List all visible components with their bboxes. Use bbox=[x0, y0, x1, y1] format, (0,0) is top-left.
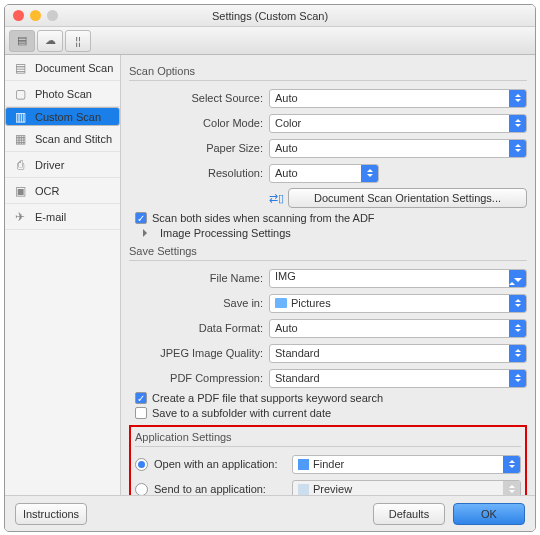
ocr-icon: ▣ bbox=[11, 184, 29, 198]
preview-icon bbox=[298, 484, 309, 495]
titlebar: Settings (Custom Scan) bbox=[5, 5, 535, 27]
scan-both-sides-checkbox[interactable]: ✓Scan both sides when scanning from the … bbox=[135, 212, 527, 224]
select-source[interactable]: Auto bbox=[269, 89, 527, 108]
tab-cloud-icon[interactable]: ☁ bbox=[37, 30, 63, 52]
instructions-button[interactable]: Instructions bbox=[15, 503, 87, 525]
pdf-compression-select[interactable]: Standard bbox=[269, 369, 527, 388]
driver-icon: ⎙ bbox=[11, 158, 29, 172]
sidebar-item-scan-stitch[interactable]: ▦Scan and Stitch bbox=[5, 126, 120, 152]
footer: Instructions Defaults OK bbox=[5, 495, 535, 531]
tab-scan-icon[interactable]: ▤ bbox=[9, 30, 35, 52]
custom-icon: ▥ bbox=[11, 110, 29, 124]
radio-on-icon bbox=[135, 458, 148, 471]
sidebar-item-photo-scan[interactable]: ▢Photo Scan bbox=[5, 81, 120, 107]
scan-options-heading: Scan Options bbox=[129, 65, 527, 77]
data-format-select[interactable]: Auto bbox=[269, 319, 527, 338]
checkbox-off-icon bbox=[135, 407, 147, 419]
minimize-icon[interactable] bbox=[30, 10, 41, 21]
radio-open-with-app[interactable]: Open with an application:Finder bbox=[135, 453, 521, 475]
ok-button[interactable]: OK bbox=[453, 503, 525, 525]
close-icon[interactable] bbox=[13, 10, 24, 21]
photo-icon: ▢ bbox=[11, 87, 29, 101]
resolution[interactable]: Auto bbox=[269, 164, 379, 183]
save-in-select[interactable]: Pictures bbox=[269, 294, 527, 313]
open-with-select[interactable]: Finder bbox=[292, 455, 521, 474]
sidebar-item-email[interactable]: ✈E-mail bbox=[5, 204, 120, 230]
checkbox-on-icon: ✓ bbox=[135, 212, 147, 224]
save-settings-heading: Save Settings bbox=[129, 245, 527, 257]
sidebar-item-ocr[interactable]: ▣OCR bbox=[5, 178, 120, 204]
stitch-icon: ▦ bbox=[11, 132, 29, 146]
image-processing-toggle[interactable]: Image Processing Settings bbox=[143, 227, 527, 239]
radio-send-to-app[interactable]: Send to an application:Preview bbox=[135, 478, 521, 495]
jpeg-quality-select[interactable]: Standard bbox=[269, 344, 527, 363]
send-to-app-select: Preview bbox=[292, 480, 521, 496]
color-mode[interactable]: Color bbox=[269, 114, 527, 133]
disclosure-triangle-icon bbox=[143, 229, 151, 237]
radio-off-icon bbox=[135, 483, 148, 496]
settings-window: Settings (Custom Scan) ▤ ☁ ¦¦ ▤Document … bbox=[4, 4, 536, 532]
paper-size[interactable]: Auto bbox=[269, 139, 527, 158]
sidebar-item-driver[interactable]: ⎙Driver bbox=[5, 152, 120, 178]
file-name-input[interactable]: IMG bbox=[269, 269, 527, 288]
sidebar-item-document-scan[interactable]: ▤Document Scan bbox=[5, 55, 120, 81]
app-settings-heading: Application Settings bbox=[135, 431, 521, 443]
window-title: Settings (Custom Scan) bbox=[212, 10, 328, 22]
defaults-button[interactable]: Defaults bbox=[373, 503, 445, 525]
tab-prefs-icon[interactable]: ¦¦ bbox=[65, 30, 91, 52]
main-panel: Scan Options Select Source:Auto Color Mo… bbox=[121, 55, 535, 495]
toolbar: ▤ ☁ ¦¦ bbox=[5, 27, 535, 55]
email-icon: ✈ bbox=[11, 210, 29, 224]
sidebar: ▤Document Scan ▢Photo Scan ▥Custom Scan … bbox=[5, 55, 121, 495]
checkbox-on-icon: ✓ bbox=[135, 392, 147, 404]
orientation-settings-button[interactable]: Document Scan Orientation Settings... bbox=[288, 188, 527, 208]
finder-icon bbox=[298, 459, 309, 470]
zoom-icon bbox=[47, 10, 58, 21]
pdf-keyword-checkbox[interactable]: ✓Create a PDF file that supports keyword… bbox=[135, 392, 527, 404]
subfolder-checkbox[interactable]: Save to a subfolder with current date bbox=[135, 407, 527, 419]
orientation-swap-icon: ⇄▯ bbox=[269, 192, 284, 205]
sidebar-item-custom-scan[interactable]: ▥Custom Scan bbox=[5, 107, 120, 126]
document-icon: ▤ bbox=[11, 61, 29, 75]
folder-icon bbox=[275, 298, 287, 308]
app-settings-highlight: Application Settings Open with an applic… bbox=[129, 425, 527, 495]
